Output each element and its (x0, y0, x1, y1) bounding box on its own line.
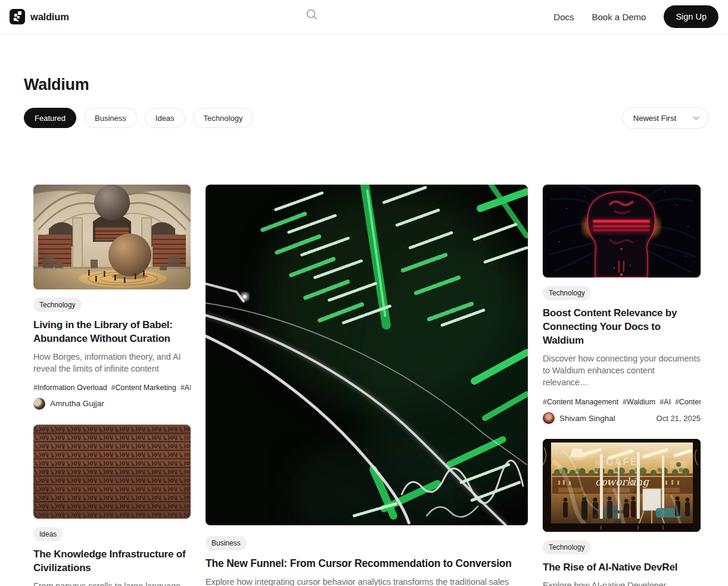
filter-row: Featured Business Ideas Technology Newes… (24, 107, 709, 129)
search-icon (304, 7, 319, 21)
article-card[interactable]: Business The New Funnel: From Cursor Rec… (206, 185, 528, 586)
article-title[interactable]: Boost Content Relevance by Connecting Yo… (543, 306, 701, 347)
article-card[interactable]: Technology Living in the Library of Babe… (33, 185, 191, 410)
article-description: Discover how connecting your documents t… (543, 353, 701, 388)
article-image-neon-head[interactable] (543, 185, 701, 278)
category-badge: Technology (543, 540, 591, 554)
article-byline: Amrutha Gujjar (33, 398, 191, 410)
author-avatar (33, 398, 45, 410)
article-hashtags: #Content Management #Waldium #AI #Conten… (543, 398, 701, 406)
page-header: Waldium Featured Business Ideas Technolo… (0, 76, 728, 129)
sort-dropdown[interactable]: Newest First (622, 107, 709, 129)
chevron-down-icon (693, 116, 699, 120)
column-middle: Business The New Funnel: From Cursor Rec… (206, 185, 528, 586)
article-title[interactable]: The New Funnel: From Cursor Recommendati… (206, 557, 528, 571)
tab-business[interactable]: Business (84, 108, 137, 128)
article-description: From papyrus scrolls to large language (33, 580, 191, 586)
nav-link-book-a-demo[interactable]: Book a Demo (592, 12, 646, 22)
tab-ideas[interactable]: Ideas (145, 108, 185, 128)
sort-value: Newest First (633, 114, 676, 123)
page-title: Waldium (24, 76, 709, 94)
article-date: Oct 21, 2025 (657, 414, 701, 423)
sign-up-button[interactable]: Sign Up (664, 5, 718, 28)
article-title[interactable]: Living in the Library of Babel: Abundanc… (33, 318, 191, 345)
brand-name: waldium (30, 11, 69, 23)
nav-links: Docs Book a Demo Sign Up (553, 5, 718, 28)
column-right: Technology Boost Content Relevance by Co… (543, 185, 701, 586)
article-image-library-of-babel[interactable] (33, 185, 191, 289)
tab-technology[interactable]: Technology (193, 108, 254, 128)
article-card[interactable]: Technology Boost Content Relevance by Co… (543, 185, 701, 424)
article-description: How Borges, information theory, and AI r… (33, 351, 191, 375)
category-badge: Technology (33, 298, 82, 312)
top-navbar: waldium Docs Book a Demo Sign Up (0, 0, 728, 34)
article-hashtags: #Information Overload #Content Marketing… (33, 384, 191, 392)
search-button[interactable] (304, 7, 319, 21)
category-tabs: Featured Business Ideas Technology (24, 108, 253, 128)
category-badge: Ideas (33, 527, 63, 541)
article-card[interactable]: Ideas The Knowledge Infrastructure of Ci… (33, 425, 191, 586)
article-image-coworking-cafe[interactable]: CAFÉ (543, 439, 701, 532)
article-byline: Shivam Singhal Oct 21, 2025 (543, 412, 701, 424)
article-card[interactable]: CAFÉ (543, 439, 701, 586)
article-image-hieroglyphs[interactable] (33, 425, 191, 519)
author-avatar (543, 412, 555, 424)
article-title[interactable]: The Rise of AI-Native DevRel (543, 560, 701, 574)
article-grid: Technology Living in the Library of Babe… (0, 185, 728, 586)
waldium-logo-icon (10, 9, 25, 24)
author-name: Amrutha Gujjar (50, 399, 104, 408)
category-badge: Business (206, 536, 247, 550)
article-title[interactable]: The Knowledge Infrastructure of Civiliza… (33, 547, 191, 575)
article-image-light-trails[interactable] (206, 185, 528, 525)
column-left: Technology Living in the Library of Babe… (33, 185, 191, 586)
brand-logo[interactable]: waldium (10, 9, 69, 24)
category-badge: Technology (543, 286, 591, 300)
nav-link-docs[interactable]: Docs (553, 12, 574, 22)
article-description: Explore how AI-native Developer Relation… (543, 579, 701, 586)
tab-featured[interactable]: Featured (24, 108, 76, 128)
article-description: Explore how integrating cursor behavior … (206, 576, 528, 586)
author-name: Shivam Singhal (559, 414, 615, 423)
